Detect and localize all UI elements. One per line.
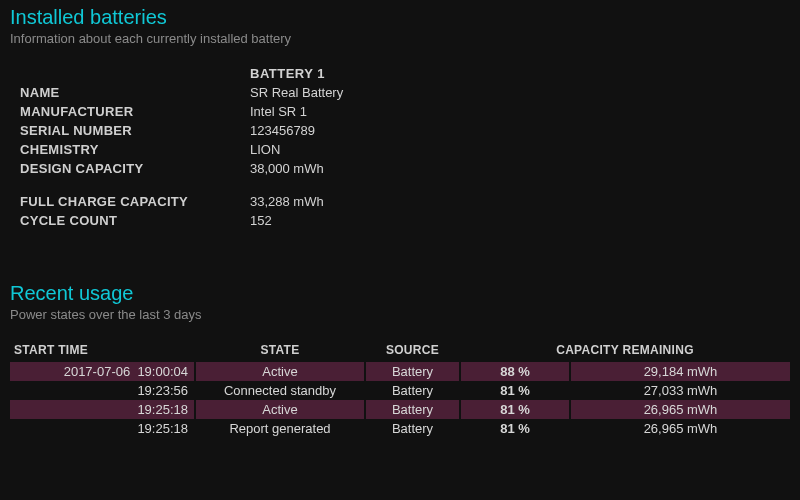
usage-header-source: SOURCE <box>365 340 460 362</box>
installed-batteries-title: Installed batteries <box>10 6 790 29</box>
usage-capacity-mwh: 26,965 mWh <box>570 400 790 419</box>
battery-row: CYCLE COUNT 152 <box>10 211 343 230</box>
usage-header-state: STATE <box>195 340 365 362</box>
usage-start-time: 2017-07-06 19:00:04 <box>10 362 195 381</box>
usage-capacity-pct: 88 % <box>460 362 570 381</box>
usage-source: Battery <box>365 362 460 381</box>
usage-start-time: 19:23:56 <box>10 381 195 400</box>
battery-row: MANUFACTURER Intel SR 1 <box>10 102 343 121</box>
usage-state: Active <box>195 362 365 381</box>
battery-row: FULL CHARGE CAPACITY 33,288 mWh <box>10 192 343 211</box>
recent-usage-title: Recent usage <box>10 282 790 305</box>
recent-usage-subtitle: Power states over the last 3 days <box>10 307 790 322</box>
battery-row: NAME SR Real Battery <box>10 83 343 102</box>
usage-row: 19:23:56 Connected standby Battery 81 % … <box>10 381 790 400</box>
usage-capacity-mwh: 29,184 mWh <box>570 362 790 381</box>
usage-state: Report generated <box>195 419 365 438</box>
battery-column-header: BATTERY 1 <box>250 64 343 83</box>
usage-source: Battery <box>365 400 460 419</box>
battery-row-value: 123456789 <box>250 121 343 140</box>
battery-row-label: CHEMISTRY <box>10 140 250 159</box>
usage-source: Battery <box>365 381 460 400</box>
usage-capacity-mwh: 27,033 mWh <box>570 381 790 400</box>
usage-state: Connected standby <box>195 381 365 400</box>
usage-state: Active <box>195 400 365 419</box>
installed-batteries-table: BATTERY 1 NAME SR Real Battery MANUFACTU… <box>10 64 343 230</box>
battery-header-blank <box>10 64 250 83</box>
recent-usage-table: START TIME STATE SOURCE CAPACITY REMAINI… <box>10 340 790 438</box>
usage-start-time: 19:25:18 <box>10 400 195 419</box>
usage-capacity-pct: 81 % <box>460 419 570 438</box>
usage-row: 19:25:18 Report generated Battery 81 % 2… <box>10 419 790 438</box>
battery-row-label: DESIGN CAPACITY <box>10 159 250 178</box>
battery-row-value: LION <box>250 140 343 159</box>
battery-row: DESIGN CAPACITY 38,000 mWh <box>10 159 343 178</box>
battery-row-value: 152 <box>250 211 343 230</box>
battery-row-label: CYCLE COUNT <box>10 211 250 230</box>
usage-start-time: 19:25:18 <box>10 419 195 438</box>
usage-source: Battery <box>365 419 460 438</box>
usage-capacity-pct: 81 % <box>460 400 570 419</box>
battery-row-label: MANUFACTURER <box>10 102 250 121</box>
usage-capacity-mwh: 26,965 mWh <box>570 419 790 438</box>
battery-row-value: 33,288 mWh <box>250 192 343 211</box>
battery-row-value: 38,000 mWh <box>250 159 343 178</box>
battery-row-label: FULL CHARGE CAPACITY <box>10 192 250 211</box>
battery-row: CHEMISTRY LION <box>10 140 343 159</box>
battery-row: SERIAL NUMBER 123456789 <box>10 121 343 140</box>
battery-row-value: SR Real Battery <box>250 83 343 102</box>
usage-row: 19:25:18 Active Battery 81 % 26,965 mWh <box>10 400 790 419</box>
battery-row-value: Intel SR 1 <box>250 102 343 121</box>
installed-batteries-subtitle: Information about each currently install… <box>10 31 790 46</box>
usage-row: 2017-07-06 19:00:04 Active Battery 88 % … <box>10 362 790 381</box>
usage-capacity-pct: 81 % <box>460 381 570 400</box>
usage-header-start-time: START TIME <box>10 340 195 362</box>
usage-header-capacity: CAPACITY REMAINING <box>460 340 790 362</box>
battery-row-label: SERIAL NUMBER <box>10 121 250 140</box>
battery-row-label: NAME <box>10 83 250 102</box>
